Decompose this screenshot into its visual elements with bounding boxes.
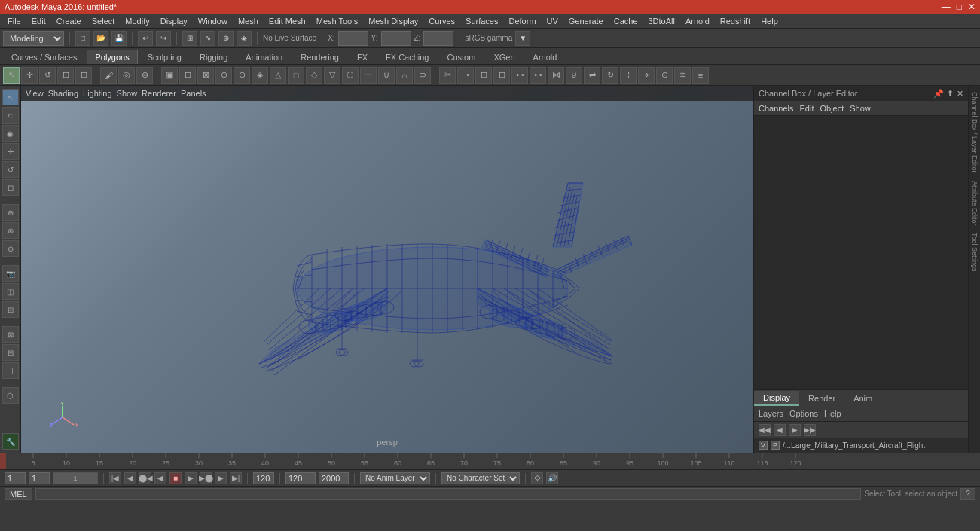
select-tool-btn[interactable]: ↖: [3, 67, 20, 84]
move-tool-btn[interactable]: ✛: [21, 67, 38, 84]
quadrangulate-btn[interactable]: □: [288, 67, 304, 84]
tab-rigging[interactable]: Rigging: [191, 50, 236, 64]
vp-menu-renderer[interactable]: Renderer: [142, 89, 176, 98]
rp-menu-edit[interactable]: Edit: [799, 104, 814, 113]
ffwd-end-btn[interactable]: ▶|: [230, 472, 242, 484]
minimize-button[interactable]: —: [942, 2, 951, 12]
menu-help[interactable]: Help: [756, 15, 783, 27]
play-fwd-btn[interactable]: ▶: [185, 472, 197, 484]
offset-loop-btn[interactable]: ⊟: [493, 67, 510, 84]
menu-edit[interactable]: Edit: [27, 15, 50, 27]
target-weld-btn[interactable]: ⊶: [530, 67, 546, 84]
vp-menu-shading[interactable]: Shading: [48, 89, 78, 98]
panel-pin-btn[interactable]: 📌: [933, 89, 944, 99]
menu-window[interactable]: Window: [194, 15, 232, 27]
menu-redshift[interactable]: Redshift: [716, 15, 755, 27]
merge-btn[interactable]: ⋈: [548, 67, 564, 84]
layer-ffwd-btn[interactable]: ▶▶: [804, 424, 816, 436]
menu-display[interactable]: Display: [156, 15, 192, 27]
bool-int-btn[interactable]: ⊃: [414, 67, 431, 84]
prev-key-btn[interactable]: ⬤◀: [139, 472, 151, 484]
menu-file[interactable]: File: [3, 15, 26, 27]
anim-settings-btn[interactable]: ⚙: [531, 472, 543, 484]
rp-menu-channels[interactable]: Channels: [759, 104, 793, 113]
frame-start-input[interactable]: [5, 472, 26, 484]
menu-mesh-display[interactable]: Mesh Display: [364, 15, 423, 27]
menu-deform[interactable]: Deform: [504, 15, 540, 27]
lt-disp-btn[interactable]: ⊠: [2, 326, 19, 343]
tab-rendering[interactable]: Rendering: [292, 50, 347, 64]
lt-snap2-btn[interactable]: ⊗: [2, 222, 19, 239]
menu-edit-mesh[interactable]: Edit Mesh: [264, 15, 310, 27]
connect-btn[interactable]: ⊸: [457, 67, 474, 84]
combine-btn[interactable]: ⊕: [215, 67, 232, 84]
uncrease-btn[interactable]: ≡: [692, 67, 709, 84]
sym-btn[interactable]: ⊛: [136, 67, 153, 84]
snap-to-view-button[interactable]: ◈: [237, 31, 252, 46]
mode-selector[interactable]: Modeling Rigging Animation FX Rendering: [3, 31, 64, 46]
tab-curves-surfaces[interactable]: Curves / Surfaces: [3, 50, 85, 64]
rp-tab-render[interactable]: Render: [799, 392, 844, 405]
next-frame-btn[interactable]: ▶: [215, 472, 227, 484]
tab-custom[interactable]: Custom: [439, 50, 484, 64]
frame-end-input[interactable]: [253, 472, 274, 484]
lt-move-btn[interactable]: ✛: [2, 143, 19, 160]
lt-disp3-btn[interactable]: ⊣: [2, 362, 19, 379]
lt-logo-btn[interactable]: 🔧: [2, 433, 19, 450]
redo-button[interactable]: ↪: [156, 31, 171, 46]
lt-extra-btn[interactable]: ⬡: [2, 387, 19, 404]
lt-disp2-btn[interactable]: ⊟: [2, 344, 19, 361]
edge-tab-tool-settings[interactable]: Tool Settings: [969, 230, 980, 275]
bevel-btn[interactable]: ⊠: [197, 67, 214, 84]
menu-mesh[interactable]: Mesh: [234, 15, 263, 27]
mirror-btn[interactable]: ⊣: [360, 67, 377, 84]
vp-menu-view[interactable]: View: [26, 89, 44, 98]
rp-layer-menu-options[interactable]: Options: [789, 409, 818, 418]
menu-3dtoall[interactable]: 3DtoAll: [644, 15, 679, 27]
poke-btn[interactable]: ⊹: [620, 67, 637, 84]
smooth-btn[interactable]: ◈: [252, 67, 268, 84]
anim-audio-btn[interactable]: 🔊: [546, 472, 558, 484]
sculpt-btn[interactable]: ⊙: [656, 67, 673, 84]
prev-frame-btn[interactable]: ◀: [124, 472, 136, 484]
tab-arnold[interactable]: Arnold: [525, 50, 566, 64]
layer-rewind-btn[interactable]: ◀◀: [759, 424, 771, 436]
lt-cam-btn[interactable]: 📷: [2, 265, 19, 282]
edge-tab-channel-box[interactable]: Channel Box / Layer Editor: [969, 89, 980, 176]
insert-loop-btn[interactable]: ⊞: [475, 67, 492, 84]
menu-mesh-tools[interactable]: Mesh Tools: [312, 15, 362, 27]
close-button[interactable]: ✕: [968, 2, 975, 12]
lt-select-btn[interactable]: ↖: [2, 89, 19, 105]
lt-snap-btn[interactable]: ⊕: [2, 204, 19, 221]
menu-surfaces[interactable]: Surfaces: [461, 15, 502, 27]
snap-to-grid-button[interactable]: ⊞: [182, 31, 197, 46]
next-key-btn[interactable]: ▶⬤: [200, 472, 212, 484]
menu-select[interactable]: Select: [87, 15, 120, 27]
rp-tab-display[interactable]: Display: [754, 391, 799, 406]
menu-generate[interactable]: Generate: [564, 15, 608, 27]
tab-animation[interactable]: Animation: [237, 50, 291, 64]
paint-tool-btn[interactable]: 🖌: [100, 67, 117, 84]
soft-select-btn[interactable]: ◎: [118, 67, 135, 84]
fill-hole-btn[interactable]: ◇: [306, 67, 322, 84]
timeline-ruler[interactable]: // ticks drawn by JS below 5101520253035…: [0, 453, 980, 470]
retopo-btn[interactable]: ⬡: [342, 67, 359, 84]
rewind-start-btn[interactable]: |◀: [109, 472, 121, 484]
vp-menu-show[interactable]: Show: [117, 89, 138, 98]
layer-v-checkbox[interactable]: V: [759, 441, 768, 450]
flip-btn[interactable]: ⇌: [584, 67, 600, 84]
new-file-button[interactable]: □: [75, 31, 90, 46]
stop-btn[interactable]: ■: [169, 472, 182, 484]
lt-rotate-btn[interactable]: ↺: [2, 161, 19, 178]
maximize-button[interactable]: □: [957, 2, 962, 12]
menu-curves[interactable]: Curves: [424, 15, 459, 27]
menu-cache[interactable]: Cache: [609, 15, 643, 27]
lt-cam3-btn[interactable]: ⊞: [2, 301, 19, 318]
y-input[interactable]: [381, 31, 411, 46]
x-input[interactable]: [338, 31, 368, 46]
lt-cam2-btn[interactable]: ◫: [2, 283, 19, 300]
tab-xgen[interactable]: XGen: [485, 50, 523, 64]
collapse-btn[interactable]: ⊎: [566, 67, 582, 84]
lt-lasso-btn[interactable]: ⊂: [2, 107, 19, 124]
frame-current-input[interactable]: [29, 472, 50, 484]
